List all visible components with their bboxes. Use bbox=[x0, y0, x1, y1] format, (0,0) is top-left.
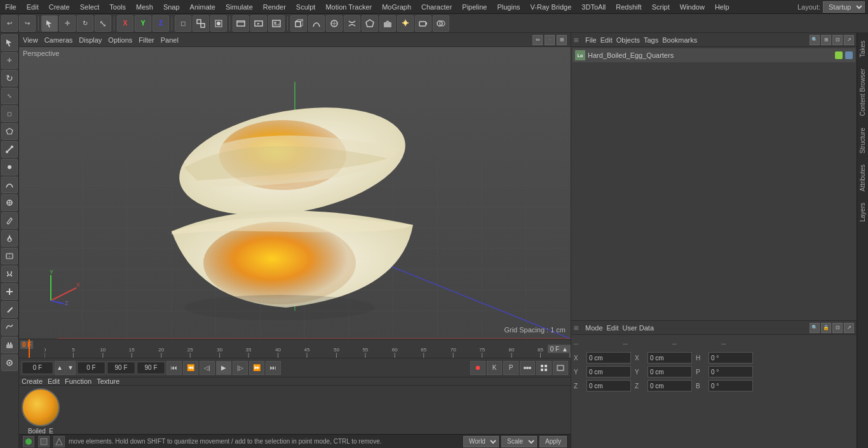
z-axis-button[interactable]: Z bbox=[153, 15, 169, 32]
next-frame-button[interactable]: ⏩ bbox=[249, 361, 264, 375]
x1-input[interactable] bbox=[587, 352, 631, 363]
menu-tools[interactable]: Tools bbox=[104, 3, 131, 11]
render-region-button[interactable] bbox=[233, 15, 249, 32]
left-misc-btn[interactable] bbox=[1, 355, 18, 371]
attr-userdata[interactable]: User Data bbox=[623, 324, 654, 332]
p-input[interactable] bbox=[709, 366, 753, 377]
prev-10-button[interactable]: ◁| bbox=[200, 361, 215, 375]
viewport-corner-expand[interactable]: ⊞ bbox=[557, 35, 567, 45]
frame-end-input[interactable] bbox=[107, 362, 135, 374]
material-item[interactable]: Boiled_E bbox=[22, 388, 60, 435]
cube-button[interactable] bbox=[290, 15, 307, 32]
om-config[interactable]: ⊡ bbox=[832, 35, 843, 45]
menu-3dtoall[interactable]: 3DToAll bbox=[576, 3, 611, 11]
rotate-button[interactable]: ↻ bbox=[77, 15, 93, 32]
tab-layers[interactable]: Layers bbox=[858, 198, 867, 227]
polygon-btn[interactable] bbox=[362, 15, 378, 32]
menu-plugins[interactable]: Plugins bbox=[492, 3, 525, 11]
goto-end-button[interactable]: ⏭ bbox=[266, 361, 281, 375]
status-icon-2[interactable] bbox=[38, 436, 50, 447]
menu-character[interactable]: Character bbox=[416, 3, 457, 11]
sky-btn[interactable] bbox=[379, 15, 396, 32]
material-create[interactable]: Create bbox=[22, 377, 43, 385]
om-objects[interactable]: Objects bbox=[616, 36, 640, 44]
model-mode-button[interactable] bbox=[210, 15, 227, 32]
z2-input[interactable] bbox=[648, 380, 692, 391]
menu-create[interactable]: Create bbox=[44, 3, 75, 11]
frame-start-input[interactable] bbox=[77, 362, 105, 374]
menu-window[interactable]: Window bbox=[675, 3, 710, 11]
timeline-end-arrow[interactable]: ▲ bbox=[562, 345, 568, 352]
om-bookmarks[interactable]: Bookmarks bbox=[662, 36, 697, 44]
tab-takes[interactable]: Takes bbox=[858, 36, 867, 62]
object-mode-button[interactable]: ◻ bbox=[175, 15, 191, 32]
deformer-button[interactable] bbox=[344, 15, 360, 32]
z1-input[interactable] bbox=[587, 380, 631, 391]
menu-render[interactable]: Render bbox=[258, 3, 291, 11]
status-icon-1[interactable] bbox=[23, 436, 34, 447]
menu-script[interactable]: Script bbox=[647, 3, 675, 11]
left-snap-btn[interactable] bbox=[1, 194, 18, 211]
viewport-menu-view[interactable]: View bbox=[23, 36, 38, 44]
render-active-button[interactable] bbox=[250, 15, 267, 32]
material-function[interactable]: Function bbox=[65, 377, 92, 385]
object-row-egg[interactable]: Lo Hard_Boiled_Egg_Quarters bbox=[573, 48, 855, 62]
menu-mesh[interactable]: Mesh bbox=[131, 3, 158, 11]
record-button[interactable]: ⏺ bbox=[470, 361, 485, 375]
y-axis-button[interactable]: Y bbox=[135, 15, 151, 32]
object-visibility-1[interactable] bbox=[835, 51, 843, 59]
left-extra-btn[interactable] bbox=[1, 283, 18, 300]
current-frame-input[interactable] bbox=[22, 362, 53, 374]
timeline-ruler[interactable]: 0 5 10 15 20 25 30 35 bbox=[19, 339, 571, 358]
om-filter[interactable]: ⊞ bbox=[821, 35, 831, 45]
menu-animate[interactable]: Animate bbox=[185, 3, 220, 11]
autokey-button[interactable]: K bbox=[487, 361, 502, 375]
viewport-menu-options[interactable]: Options bbox=[108, 36, 132, 44]
tab-attributes[interactable]: Attributes bbox=[858, 160, 867, 196]
motion-path-button[interactable] bbox=[520, 361, 535, 375]
left-smooth-btn[interactable] bbox=[1, 319, 18, 336]
left-weight-btn[interactable] bbox=[1, 230, 18, 247]
material-edit[interactable]: Edit bbox=[48, 377, 60, 385]
viewport-menu-display[interactable]: Display bbox=[79, 36, 102, 44]
light-btn[interactable] bbox=[397, 15, 414, 32]
left-point-btn[interactable] bbox=[1, 159, 18, 175]
playback-mode-button[interactable]: P bbox=[503, 361, 519, 375]
viewport-corner-arrows[interactable]: ⇔ bbox=[532, 35, 543, 45]
spline-button[interactable] bbox=[308, 15, 325, 32]
attr-mode[interactable]: Mode bbox=[585, 324, 603, 332]
scale-dropdown[interactable]: Scale bbox=[501, 436, 537, 447]
stepper-down[interactable]: ▼ bbox=[65, 361, 76, 375]
viewport-menu-panel[interactable]: Panel bbox=[161, 36, 179, 44]
play-button[interactable]: ▶ bbox=[216, 361, 231, 375]
tab-content-browser[interactable]: Content Browser bbox=[858, 64, 867, 121]
left-spline-btn[interactable] bbox=[1, 177, 18, 193]
undo-button[interactable]: ↩ bbox=[1, 15, 18, 32]
left-paint-btn[interactable] bbox=[1, 212, 18, 229]
left-select-btn[interactable] bbox=[1, 34, 18, 51]
parent-mode-button[interactable] bbox=[193, 15, 209, 32]
menu-snap[interactable]: Snap bbox=[158, 3, 185, 11]
x-axis-button[interactable]: X bbox=[117, 15, 133, 32]
menu-sculpt[interactable]: Sculpt bbox=[291, 3, 321, 11]
attr-config[interactable]: ⊡ bbox=[832, 323, 843, 333]
menu-mograph[interactable]: MoGraph bbox=[377, 3, 416, 11]
left-rotate-btn[interactable]: ↻ bbox=[1, 70, 18, 86]
timeline[interactable]: 0 F 0 5 10 15 20 bbox=[19, 339, 571, 358]
b-input[interactable] bbox=[709, 380, 753, 391]
tab-structure[interactable]: Structure bbox=[858, 123, 867, 159]
left-knife-btn[interactable] bbox=[1, 301, 18, 318]
om-pin[interactable]: ↗ bbox=[844, 35, 854, 45]
left-scale-btn[interactable]: ⤡ bbox=[1, 88, 18, 104]
om-search[interactable]: 🔍 bbox=[810, 35, 820, 45]
viewport-settings-button[interactable] bbox=[536, 361, 552, 375]
select-mode-button[interactable] bbox=[41, 15, 58, 32]
menu-edit[interactable]: Edit bbox=[22, 3, 44, 11]
world-dropdown[interactable]: World bbox=[463, 436, 499, 447]
redo-button[interactable]: ↪ bbox=[19, 15, 36, 32]
material-texture[interactable]: Texture bbox=[97, 377, 119, 385]
goto-start-button[interactable]: ⏮ bbox=[166, 361, 182, 375]
left-floor-btn[interactable] bbox=[1, 337, 18, 353]
viewport-menu-cameras[interactable]: Cameras bbox=[44, 36, 73, 44]
menu-vray[interactable]: V-Ray Bridge bbox=[526, 3, 577, 11]
